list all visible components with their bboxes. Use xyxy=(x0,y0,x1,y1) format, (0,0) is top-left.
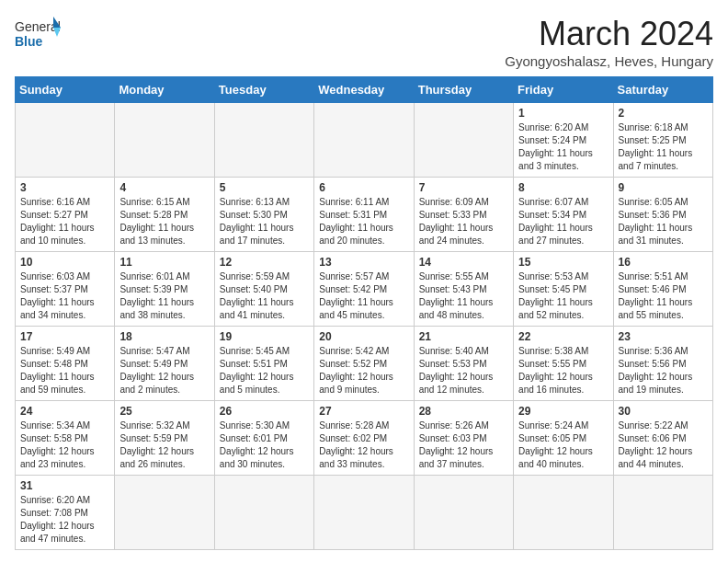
day-number: 30 xyxy=(619,405,708,418)
calendar-cell xyxy=(314,103,414,178)
day-number: 22 xyxy=(518,330,608,343)
calendar-cell xyxy=(16,103,115,178)
day-info: Sunrise: 5:53 AM Sunset: 5:45 PM Dayligh… xyxy=(518,270,608,322)
day-number: 18 xyxy=(119,330,209,343)
day-number: 1 xyxy=(518,107,608,120)
logo-icon: General Blue xyxy=(15,15,61,56)
day-number: 4 xyxy=(119,181,209,194)
day-of-week-header: Thursday xyxy=(414,77,513,103)
day-number: 10 xyxy=(20,256,109,269)
day-info: Sunrise: 5:30 AM Sunset: 6:01 PM Dayligh… xyxy=(220,419,309,471)
day-info: Sunrise: 5:24 AM Sunset: 6:05 PM Dayligh… xyxy=(518,419,608,471)
day-number: 25 xyxy=(119,405,209,418)
calendar-week-row: 10Sunrise: 6:03 AM Sunset: 5:37 PM Dayli… xyxy=(16,252,713,327)
day-number: 19 xyxy=(220,330,309,343)
day-info: Sunrise: 5:38 AM Sunset: 5:55 PM Dayligh… xyxy=(518,345,608,396)
calendar-cell: 18Sunrise: 5:47 AM Sunset: 5:49 PM Dayli… xyxy=(115,327,214,401)
day-number: 31 xyxy=(20,479,109,492)
month-title: March 2024 xyxy=(505,15,713,53)
calendar-cell: 3Sunrise: 6:16 AM Sunset: 5:27 PM Daylig… xyxy=(16,178,115,252)
calendar-cell: 20Sunrise: 5:42 AM Sunset: 5:52 PM Dayli… xyxy=(314,327,414,401)
calendar-cell: 31Sunrise: 6:20 AM Sunset: 7:08 PM Dayli… xyxy=(16,476,115,550)
calendar-table: SundayMondayTuesdayWednesdayThursdayFrid… xyxy=(15,76,713,550)
day-info: Sunrise: 5:45 AM Sunset: 5:51 PM Dayligh… xyxy=(220,345,309,396)
calendar-cell: 5Sunrise: 6:13 AM Sunset: 5:30 PM Daylig… xyxy=(214,178,313,252)
calendar-cell: 6Sunrise: 6:11 AM Sunset: 5:31 PM Daylig… xyxy=(314,178,414,252)
day-number: 20 xyxy=(319,330,408,343)
title-block: March 2024 Gyongyoshalasz, Heves, Hungar… xyxy=(505,15,713,69)
calendar-cell: 17Sunrise: 5:49 AM Sunset: 5:48 PM Dayli… xyxy=(16,327,115,401)
day-info: Sunrise: 5:32 AM Sunset: 5:59 PM Dayligh… xyxy=(119,419,209,471)
calendar-cell xyxy=(115,103,214,178)
day-number: 29 xyxy=(518,405,608,418)
day-info: Sunrise: 6:01 AM Sunset: 5:39 PM Dayligh… xyxy=(119,270,209,322)
day-number: 6 xyxy=(319,181,408,194)
day-number: 2 xyxy=(619,107,708,120)
day-info: Sunrise: 5:28 AM Sunset: 6:02 PM Dayligh… xyxy=(319,419,408,471)
day-of-week-header: Sunday xyxy=(16,77,115,103)
day-info: Sunrise: 5:42 AM Sunset: 5:52 PM Dayligh… xyxy=(319,345,408,396)
day-number: 28 xyxy=(419,405,508,418)
calendar-cell: 10Sunrise: 6:03 AM Sunset: 5:37 PM Dayli… xyxy=(16,252,115,327)
svg-text:Blue: Blue xyxy=(15,34,43,49)
day-number: 3 xyxy=(20,181,109,194)
day-number: 27 xyxy=(319,405,408,418)
calendar-cell: 4Sunrise: 6:15 AM Sunset: 5:28 PM Daylig… xyxy=(115,178,214,252)
day-info: Sunrise: 6:15 AM Sunset: 5:28 PM Dayligh… xyxy=(119,196,209,247)
day-of-week-header: Friday xyxy=(514,77,613,103)
location-subtitle: Gyongyoshalasz, Heves, Hungary xyxy=(505,53,713,69)
day-number: 11 xyxy=(119,256,209,269)
calendar-week-row: 31Sunrise: 6:20 AM Sunset: 7:08 PM Dayli… xyxy=(16,476,713,550)
calendar-week-row: 17Sunrise: 5:49 AM Sunset: 5:48 PM Dayli… xyxy=(16,327,713,401)
day-number: 17 xyxy=(20,330,109,343)
calendar-cell: 22Sunrise: 5:38 AM Sunset: 5:55 PM Dayli… xyxy=(514,327,613,401)
day-info: Sunrise: 6:13 AM Sunset: 5:30 PM Dayligh… xyxy=(220,196,309,247)
day-number: 8 xyxy=(518,181,608,194)
day-of-week-header: Saturday xyxy=(613,77,712,103)
day-number: 5 xyxy=(220,181,309,194)
day-number: 12 xyxy=(220,256,309,269)
calendar-cell: 11Sunrise: 6:01 AM Sunset: 5:39 PM Dayli… xyxy=(115,252,214,327)
day-info: Sunrise: 6:20 AM Sunset: 5:24 PM Dayligh… xyxy=(518,121,608,173)
calendar-cell: 2Sunrise: 6:18 AM Sunset: 5:25 PM Daylig… xyxy=(613,103,712,178)
calendar-cell: 29Sunrise: 5:24 AM Sunset: 6:05 PM Dayli… xyxy=(514,401,613,476)
calendar-cell xyxy=(613,476,712,550)
calendar-week-row: 3Sunrise: 6:16 AM Sunset: 5:27 PM Daylig… xyxy=(16,178,713,252)
day-info: Sunrise: 5:57 AM Sunset: 5:42 PM Dayligh… xyxy=(319,270,408,322)
calendar-cell: 19Sunrise: 5:45 AM Sunset: 5:51 PM Dayli… xyxy=(214,327,313,401)
day-info: Sunrise: 6:05 AM Sunset: 5:36 PM Dayligh… xyxy=(619,196,708,247)
calendar-cell: 8Sunrise: 6:07 AM Sunset: 5:34 PM Daylig… xyxy=(514,178,613,252)
calendar-cell: 28Sunrise: 5:26 AM Sunset: 6:03 PM Dayli… xyxy=(414,401,513,476)
day-info: Sunrise: 5:49 AM Sunset: 5:48 PM Dayligh… xyxy=(20,345,109,396)
calendar-cell xyxy=(214,476,313,550)
day-info: Sunrise: 6:07 AM Sunset: 5:34 PM Dayligh… xyxy=(518,196,608,247)
day-number: 26 xyxy=(220,405,309,418)
calendar-header-row: SundayMondayTuesdayWednesdayThursdayFrid… xyxy=(16,77,713,103)
calendar-cell xyxy=(514,476,613,550)
day-info: Sunrise: 6:11 AM Sunset: 5:31 PM Dayligh… xyxy=(319,196,408,247)
calendar-cell: 21Sunrise: 5:40 AM Sunset: 5:53 PM Dayli… xyxy=(414,327,513,401)
calendar-cell: 23Sunrise: 5:36 AM Sunset: 5:56 PM Dayli… xyxy=(613,327,712,401)
day-number: 23 xyxy=(619,330,708,343)
calendar-cell: 14Sunrise: 5:55 AM Sunset: 5:43 PM Dayli… xyxy=(414,252,513,327)
day-info: Sunrise: 5:51 AM Sunset: 5:46 PM Dayligh… xyxy=(619,270,708,322)
day-info: Sunrise: 5:55 AM Sunset: 5:43 PM Dayligh… xyxy=(419,270,508,322)
header: General Blue March 2024 Gyongyoshalasz, … xyxy=(15,15,713,69)
day-of-week-header: Monday xyxy=(115,77,214,103)
day-number: 24 xyxy=(20,405,109,418)
day-number: 21 xyxy=(419,330,508,343)
calendar-week-row: 24Sunrise: 5:34 AM Sunset: 5:58 PM Dayli… xyxy=(16,401,713,476)
day-info: Sunrise: 6:09 AM Sunset: 5:33 PM Dayligh… xyxy=(419,196,508,247)
day-of-week-header: Tuesday xyxy=(214,77,313,103)
day-info: Sunrise: 5:36 AM Sunset: 5:56 PM Dayligh… xyxy=(619,345,708,396)
day-info: Sunrise: 5:26 AM Sunset: 6:03 PM Dayligh… xyxy=(419,419,508,471)
calendar-cell: 25Sunrise: 5:32 AM Sunset: 5:59 PM Dayli… xyxy=(115,401,214,476)
calendar-cell: 30Sunrise: 5:22 AM Sunset: 6:06 PM Dayli… xyxy=(613,401,712,476)
calendar-cell: 15Sunrise: 5:53 AM Sunset: 5:45 PM Dayli… xyxy=(514,252,613,327)
day-info: Sunrise: 6:03 AM Sunset: 5:37 PM Dayligh… xyxy=(20,270,109,322)
calendar-cell xyxy=(214,103,313,178)
calendar-cell: 12Sunrise: 5:59 AM Sunset: 5:40 PM Dayli… xyxy=(214,252,313,327)
calendar-cell: 9Sunrise: 6:05 AM Sunset: 5:36 PM Daylig… xyxy=(613,178,712,252)
calendar-cell xyxy=(414,476,513,550)
day-info: Sunrise: 5:34 AM Sunset: 5:58 PM Dayligh… xyxy=(20,419,109,471)
